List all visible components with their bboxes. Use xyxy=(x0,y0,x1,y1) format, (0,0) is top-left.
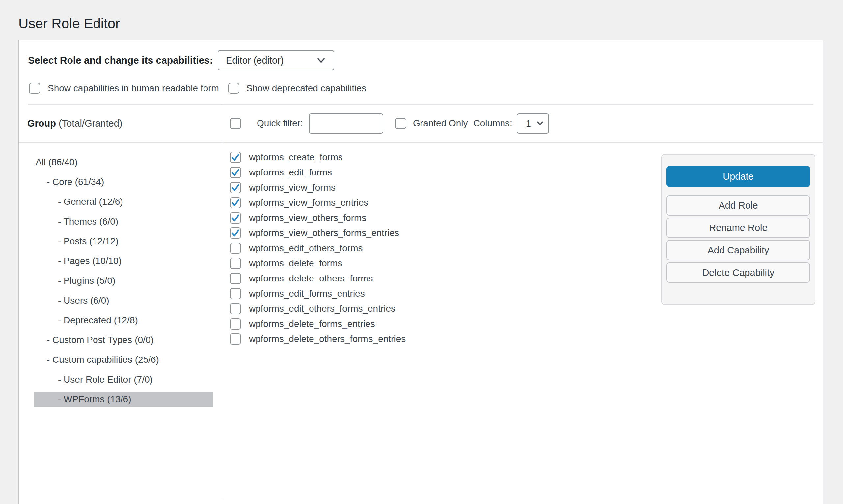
granted-only-checkbox[interactable] xyxy=(395,118,406,129)
capability-label: wpforms_view_forms_entries xyxy=(249,198,369,208)
group-tree-item-label: - Pages (10/10) xyxy=(19,256,122,266)
group-tree-item[interactable]: All (86/40) xyxy=(19,152,221,172)
capability-checkbox[interactable] xyxy=(230,182,241,193)
group-tree-item-label: - Posts (12/12) xyxy=(19,236,119,247)
capability-label: wpforms_view_others_forms_entries xyxy=(249,228,399,238)
deprecated-label: Show deprecated capabilities xyxy=(246,83,366,93)
capability-row: wpforms_delete_others_forms_entries xyxy=(230,331,823,347)
capability-checkbox[interactable] xyxy=(230,197,241,209)
group-tree-item-label: - WPForms (13/6) xyxy=(34,392,213,407)
capability-label: wpforms_edit_forms_entries xyxy=(249,288,365,299)
delete-capability-button[interactable]: Delete Capability xyxy=(666,263,810,283)
group-tree-item[interactable]: - WPForms (13/6) xyxy=(19,390,221,409)
columns-select-value: 1 xyxy=(526,118,531,129)
capability-label: wpforms_delete_forms xyxy=(249,258,342,269)
update-button[interactable]: Update xyxy=(666,166,810,187)
group-tree-item-label: - Custom capabilities (25/6) xyxy=(19,355,159,365)
display-options-row: Show capabilities in human readable form… xyxy=(29,82,813,94)
group-tree-item-label: - Custom Post Types (0/0) xyxy=(19,335,154,345)
capability-label: wpforms_edit_others_forms_entries xyxy=(249,304,395,314)
page-title: User Role Editor xyxy=(18,15,120,32)
capability-checkbox[interactable] xyxy=(230,152,241,163)
group-header-rest: (Total/Granted) xyxy=(56,118,122,129)
capability-checkbox[interactable] xyxy=(230,228,241,239)
group-tree-item-label: - Plugins (5/0) xyxy=(19,275,115,286)
groups-column: Group (Total/Granted) All (86/40)- Core … xyxy=(19,105,222,500)
group-tree-item[interactable]: - Themes (6/0) xyxy=(19,212,221,231)
group-tree-item[interactable]: - Custom Post Types (0/0) xyxy=(19,330,221,350)
capability-checkbox[interactable] xyxy=(230,303,241,314)
capability-checkbox[interactable] xyxy=(230,258,241,269)
capability-label: wpforms_view_forms xyxy=(249,182,336,193)
group-tree-item-label: - Deprecated (12/8) xyxy=(19,315,138,326)
capability-label: wpforms_delete_others_forms xyxy=(249,273,373,284)
group-tree-item-label: - Users (6/0) xyxy=(19,295,109,306)
group-tree-item[interactable]: - Plugins (5/0) xyxy=(19,271,221,291)
quick-filter-label: Quick filter: xyxy=(257,118,303,129)
capability-row: wpforms_delete_forms_entries xyxy=(230,316,823,331)
capability-checkbox[interactable] xyxy=(230,334,241,345)
role-select-value: Editor (editor) xyxy=(226,55,284,66)
deprecated-checkbox[interactable] xyxy=(228,83,239,94)
human-readable-label: Show capabilities in human readable form xyxy=(48,83,219,93)
group-tree-item[interactable]: - Custom capabilities (25/6) xyxy=(19,350,221,370)
rename-role-button[interactable]: Rename Role xyxy=(666,218,810,238)
group-tree-item[interactable]: - General (12/6) xyxy=(19,192,221,212)
capability-checkbox[interactable] xyxy=(230,212,241,223)
capability-label: wpforms_view_others_forms xyxy=(249,213,366,223)
actions-panel: Update Add Role Rename Role Add Capabili… xyxy=(661,154,815,305)
capability-checkbox[interactable] xyxy=(230,273,241,284)
capability-label: wpforms_edit_forms xyxy=(249,167,332,178)
granted-only-label: Granted Only xyxy=(413,118,468,129)
filter-row: Quick filter: Granted Only Columns: 1 xyxy=(222,105,823,143)
role-selector-row: Select Role and change its capabilities:… xyxy=(28,50,813,70)
group-tree-item-label: - Themes (6/0) xyxy=(19,216,118,227)
select-all-checkbox[interactable] xyxy=(230,118,241,129)
capability-checkbox[interactable] xyxy=(230,167,241,178)
chevron-down-icon xyxy=(535,119,545,128)
group-tree-item[interactable]: - Users (6/0) xyxy=(19,291,221,310)
group-tree-item[interactable]: - User Role Editor (7/0) xyxy=(19,370,221,390)
group-tree-item-label: - General (12/6) xyxy=(19,197,123,207)
group-tree-item-label: - User Role Editor (7/0) xyxy=(19,374,153,385)
group-tree-item[interactable]: - Deprecated (12/8) xyxy=(19,310,221,330)
columns-select[interactable]: 1 xyxy=(517,113,549,134)
user-role-editor-panel: Select Role and change its capabilities:… xyxy=(18,39,823,504)
capability-checkbox[interactable] xyxy=(230,242,241,254)
group-header-bold: Group xyxy=(27,118,56,129)
capability-checkbox[interactable] xyxy=(230,288,241,299)
group-tree-item[interactable]: - Pages (10/10) xyxy=(19,251,221,271)
chevron-down-icon xyxy=(315,54,327,66)
group-tree: All (86/40)- Core (61/34)- General (12/6… xyxy=(19,143,221,409)
capability-label: wpforms_delete_forms_entries xyxy=(249,319,375,329)
role-select-label: Select Role and change its capabilities: xyxy=(28,55,213,66)
columns-label: Columns: xyxy=(473,118,513,129)
group-header: Group (Total/Granted) xyxy=(19,105,221,143)
capability-label: wpforms_edit_others_forms xyxy=(249,243,362,253)
group-tree-item-label: - Core (61/34) xyxy=(19,177,104,187)
human-readable-checkbox[interactable] xyxy=(29,83,40,94)
quick-filter-input[interactable] xyxy=(309,113,383,134)
role-select[interactable]: Editor (editor) xyxy=(218,50,334,70)
group-tree-item[interactable]: - Posts (12/12) xyxy=(19,231,221,251)
add-role-button[interactable]: Add Role xyxy=(666,195,810,216)
capability-label: wpforms_delete_others_forms_entries xyxy=(249,334,406,344)
add-capability-button[interactable]: Add Capability xyxy=(666,240,810,260)
group-tree-item[interactable]: - Core (61/34) xyxy=(19,172,221,192)
capability-checkbox[interactable] xyxy=(230,318,241,329)
group-tree-item-label: All (86/40) xyxy=(19,157,78,167)
capability-label: wpforms_create_forms xyxy=(249,152,343,163)
